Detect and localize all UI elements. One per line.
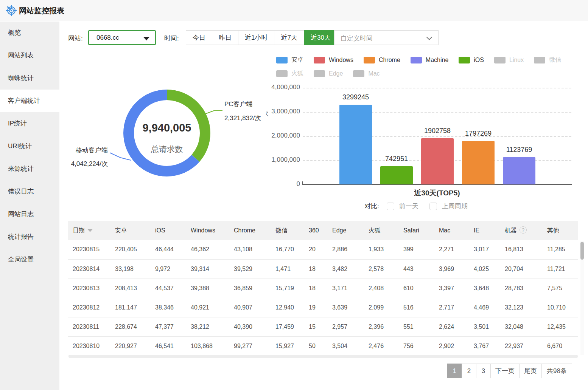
page-button-2[interactable]: 2: [462, 364, 476, 378]
column-header-8[interactable]: 火狐: [364, 221, 399, 240]
column-header-1[interactable]: 安卓: [110, 221, 151, 240]
time-button-3[interactable]: 近7天: [274, 30, 304, 45]
table-cell: 228,674: [110, 317, 151, 336]
table-cell: 3,639: [328, 298, 364, 317]
legend-item[interactable]: 安卓: [276, 56, 303, 64]
sidebar-item-8[interactable]: 网站日志: [0, 203, 59, 226]
sidebar-item-5[interactable]: URI统计: [0, 135, 59, 158]
sort-icon[interactable]: [87, 229, 93, 232]
compare-checkbox-1[interactable]: [429, 203, 437, 210]
table-cell: 2,717: [434, 298, 469, 317]
compare-label: 对比:: [364, 202, 379, 210]
table-cell: 443: [399, 259, 434, 279]
legend-label: 微信: [549, 56, 561, 64]
sidebar-item-10[interactable]: 全局设置: [0, 248, 59, 271]
bar-Windows[interactable]: [421, 138, 454, 184]
custom-time-placeholder: 自定义时间: [341, 34, 373, 43]
table-cell: 20230813: [68, 279, 110, 298]
table-cell: 2,099: [364, 298, 399, 317]
bar-value-label: 742951: [370, 155, 423, 163]
sidebar-item-4[interactable]: IP统计: [0, 112, 59, 135]
next-page-button[interactable]: 下一页: [490, 364, 520, 378]
table-cell: 20230815: [68, 240, 110, 259]
table-cell: 2,886: [328, 240, 364, 259]
column-header-12[interactable]: 机器?: [500, 221, 543, 240]
site-select[interactable]: 0668.cc: [88, 30, 156, 45]
table-cell: 3,969: [434, 259, 469, 279]
column-header-5[interactable]: 微信: [271, 221, 304, 240]
table-cell: 208,413: [110, 279, 151, 298]
horizontal-scrollbar[interactable]: [68, 355, 578, 358]
column-header-label: Windows: [191, 227, 215, 234]
legend-item[interactable]: Machine: [411, 56, 448, 64]
column-header-2[interactable]: iOS: [151, 221, 186, 240]
sidebar-item-1[interactable]: 网站列表: [0, 44, 59, 67]
last-page-button[interactable]: 尾页: [519, 364, 542, 378]
legend-swatch-icon: [459, 57, 470, 63]
bar-安卓[interactable]: [339, 105, 372, 184]
table-cell: 44,537: [151, 279, 186, 298]
column-header-13[interactable]: 其他: [543, 221, 578, 240]
sidebar-item-6[interactable]: 来源统计: [0, 158, 59, 180]
bar-iOS[interactable]: [380, 166, 413, 184]
legend-swatch-icon: [314, 57, 325, 63]
column-header-7[interactable]: Edge: [328, 221, 364, 240]
sidebar-item-7[interactable]: 错误日志: [0, 180, 59, 203]
sidebar-item-9[interactable]: 统计报告: [0, 226, 59, 248]
legend-item[interactable]: Linux: [494, 56, 524, 64]
legend-item[interactable]: Edge: [314, 70, 343, 77]
legend-item[interactable]: 火狐: [276, 70, 303, 77]
legend-swatch-icon: [411, 57, 422, 63]
table-cell: 20230814: [68, 259, 110, 279]
time-button-4[interactable]: 近30天: [304, 30, 338, 45]
legend-item[interactable]: Windows: [314, 56, 353, 64]
table-cell: 3,501: [469, 317, 500, 336]
time-button-1[interactable]: 昨日: [212, 30, 238, 45]
column-header-3[interactable]: Windows: [186, 221, 229, 240]
table-cell: 3,397: [434, 279, 469, 298]
sidebar-item-2[interactable]: 蜘蛛统计: [0, 67, 59, 90]
help-icon[interactable]: ?: [520, 226, 527, 234]
column-header-9[interactable]: Safari: [399, 221, 434, 240]
legend-item[interactable]: iOS: [459, 56, 484, 64]
column-header-4[interactable]: Chrome: [229, 221, 271, 240]
bar-Machine[interactable]: [503, 157, 535, 184]
target-logo-icon: [5, 5, 17, 16]
column-header-label: 其他: [547, 227, 559, 234]
time-button-0[interactable]: 今日: [186, 30, 212, 45]
table-cell: 6,670: [543, 336, 578, 356]
legend-row-1: 安卓WindowsChromeMachineiOSLinux微信: [276, 56, 561, 64]
time-button-2[interactable]: 近1小时: [238, 30, 274, 45]
legend-label: iOS: [474, 57, 484, 63]
app-root: 网站监控报表 概览网站列表蜘蛛统计客户端统计IP统计URI统计来源统计错误日志网…: [0, 0, 588, 390]
sidebar-item-3[interactable]: 客户端统计: [0, 90, 59, 112]
column-header-6[interactable]: 360: [304, 221, 328, 240]
column-header-0[interactable]: 日期: [68, 221, 110, 240]
bar-Chrome[interactable]: [462, 141, 495, 184]
compare-checkbox-0[interactable]: [387, 203, 394, 210]
table-cell: 2,902: [434, 336, 469, 356]
table-cell: 38,346: [151, 298, 186, 317]
page-button-1[interactable]: 1: [447, 364, 462, 378]
column-header-11[interactable]: IE: [469, 221, 500, 240]
sidebar-item-0[interactable]: 概览: [0, 22, 59, 44]
legend-label: Linux: [509, 57, 524, 63]
sidebar: 概览网站列表蜘蛛统计客户端统计IP统计URI统计来源统计错误日志网站日志统计报告…: [0, 22, 59, 390]
legend-item[interactable]: Mac: [353, 70, 380, 77]
legend-item[interactable]: 微信: [534, 56, 561, 64]
legend-item[interactable]: Chrome: [364, 56, 400, 64]
column-header-label: 360: [309, 227, 319, 234]
table-row: 20230813208,41344,53739,38836,85915,7191…: [68, 279, 578, 298]
custom-time-select[interactable]: 自定义时间: [334, 30, 439, 45]
pagination: 123下一页尾页共98条: [448, 364, 572, 378]
vertical-scrollbar-thumb[interactable]: [580, 242, 584, 260]
page-button-3[interactable]: 3: [476, 364, 491, 378]
legend-swatch-icon: [353, 70, 364, 77]
donut-total-label: 总请求数: [129, 144, 205, 155]
table-row: 20230811228,67447,37738,21240,39017,4591…: [68, 317, 578, 336]
table-cell: 103,868: [186, 336, 229, 356]
table-cell: 15: [304, 317, 328, 336]
caret-down-icon: [143, 37, 149, 40]
column-header-10[interactable]: Mac: [434, 221, 469, 240]
table-cell: 10,710: [543, 298, 578, 317]
